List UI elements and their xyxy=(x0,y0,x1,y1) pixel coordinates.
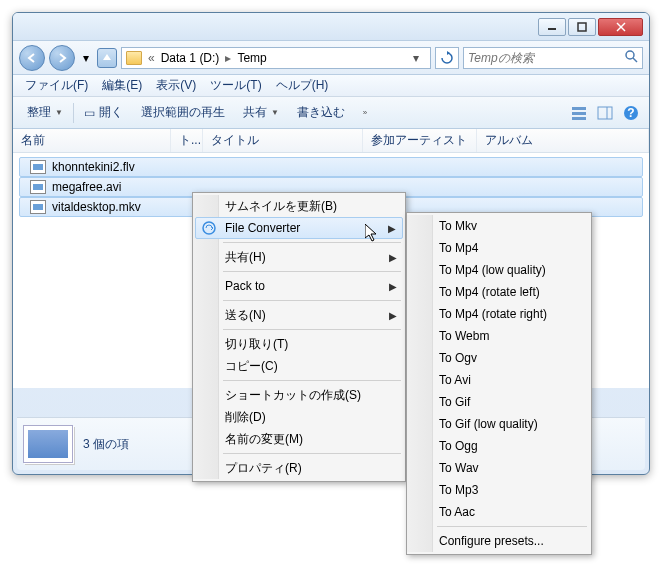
menu-edit[interactable]: 編集(E) xyxy=(96,75,148,96)
search-icon[interactable] xyxy=(624,49,638,66)
svg-rect-9 xyxy=(598,107,612,119)
file-name: khonntekini2.flv xyxy=(52,160,135,174)
menu-file[interactable]: ファイル(F) xyxy=(19,75,94,96)
ctx-share[interactable]: 共有(H)▶ xyxy=(195,246,403,268)
sub-to-wav[interactable]: To Wav xyxy=(409,457,589,479)
view-options-button[interactable] xyxy=(567,101,591,125)
file-row[interactable]: khonntekini2.flv xyxy=(19,157,643,177)
svg-text:?: ? xyxy=(627,106,634,120)
sub-to-webm[interactable]: To Webm xyxy=(409,325,589,347)
sub-to-gif-lq[interactable]: To Gif (low quality) xyxy=(409,413,589,435)
address-drive[interactable]: Data 1 (D:) xyxy=(161,51,220,65)
organize-button[interactable]: 整理▼ xyxy=(19,100,71,125)
col-album[interactable]: アルバム xyxy=(477,129,649,152)
play-selection-button[interactable]: 選択範囲の再生 xyxy=(133,100,233,125)
sub-to-mp4-rr[interactable]: To Mp4 (rotate right) xyxy=(409,303,589,325)
svg-point-4 xyxy=(626,51,634,59)
menu-tools[interactable]: ツール(T) xyxy=(204,75,267,96)
ctx-send-to[interactable]: 送る(N)▶ xyxy=(195,304,403,326)
ctx-create-shortcut[interactable]: ショートカットの作成(S) xyxy=(195,384,403,406)
sub-to-mp4[interactable]: To Mp4 xyxy=(409,237,589,259)
ctx-cut[interactable]: 切り取り(T) xyxy=(195,333,403,355)
col-track[interactable]: ト... xyxy=(171,129,203,152)
sub-to-gif[interactable]: To Gif xyxy=(409,391,589,413)
col-title[interactable]: タイトル xyxy=(203,129,363,152)
sub-to-ogg[interactable]: To Ogg xyxy=(409,435,589,457)
sub-to-avi[interactable]: To Avi xyxy=(409,369,589,391)
titlebar xyxy=(13,13,649,41)
video-file-icon xyxy=(30,160,46,174)
ctx-rename[interactable]: 名前の変更(M) xyxy=(195,428,403,450)
sub-configure-presets[interactable]: Configure presets... xyxy=(409,530,589,552)
ctx-copy[interactable]: コピー(C) xyxy=(195,355,403,377)
address-arrow[interactable]: ▸ xyxy=(223,51,233,65)
thumbnail xyxy=(23,425,73,463)
preview-pane-button[interactable] xyxy=(593,101,617,125)
video-file-icon xyxy=(30,200,46,214)
svg-rect-1 xyxy=(578,23,586,31)
sub-to-mp3[interactable]: To Mp3 xyxy=(409,479,589,501)
search-box[interactable] xyxy=(463,47,643,69)
search-input[interactable] xyxy=(468,51,624,65)
context-menu: サムネイルを更新(B) File Converter▶ 共有(H)▶ Pack … xyxy=(192,192,406,482)
file-name: megafree.avi xyxy=(52,180,121,194)
close-button[interactable] xyxy=(598,18,643,36)
forward-button[interactable] xyxy=(49,45,75,71)
col-artist[interactable]: 参加アーティスト xyxy=(363,129,477,152)
maximize-button[interactable] xyxy=(568,18,596,36)
toolbar: 整理▼ ▭開く 選択範囲の再生 共有▼ 書き込む » ? xyxy=(13,97,649,129)
col-name[interactable]: 名前 xyxy=(13,129,171,152)
selection-count: 3 個の項 xyxy=(83,436,129,453)
address-bar[interactable]: « Data 1 (D:) ▸ Temp ▾ xyxy=(121,47,431,69)
ctx-delete[interactable]: 削除(D) xyxy=(195,406,403,428)
menu-view[interactable]: 表示(V) xyxy=(150,75,202,96)
open-button[interactable]: ▭開く xyxy=(76,100,131,125)
sub-to-aac[interactable]: To Aac xyxy=(409,501,589,523)
refresh-button[interactable] xyxy=(435,47,459,69)
file-converter-icon xyxy=(201,220,217,236)
file-converter-submenu: To Mkv To Mp4 To Mp4 (low quality) To Mp… xyxy=(406,212,592,555)
column-headers: 名前 ト... タイトル 参加アーティスト アルバム xyxy=(13,129,649,153)
svg-line-5 xyxy=(633,58,637,62)
address-sep: « xyxy=(146,51,157,65)
history-dropdown[interactable]: ▾ xyxy=(79,45,93,71)
video-file-icon xyxy=(30,180,46,194)
ctx-update-thumbnail[interactable]: サムネイルを更新(B) xyxy=(195,195,403,217)
help-button[interactable]: ? xyxy=(619,101,643,125)
share-button[interactable]: 共有▼ xyxy=(235,100,287,125)
navbar: ▾ « Data 1 (D:) ▸ Temp ▾ xyxy=(13,41,649,75)
svg-rect-8 xyxy=(572,117,586,120)
svg-rect-6 xyxy=(572,107,586,110)
burn-button[interactable]: 書き込む xyxy=(289,100,353,125)
sub-to-ogv[interactable]: To Ogv xyxy=(409,347,589,369)
ctx-properties[interactable]: プロパティ(R) xyxy=(195,457,403,479)
menu-help[interactable]: ヘルプ(H) xyxy=(270,75,335,96)
sub-to-mkv[interactable]: To Mkv xyxy=(409,215,589,237)
up-button[interactable] xyxy=(97,48,117,68)
sub-to-mp4-rl[interactable]: To Mp4 (rotate left) xyxy=(409,281,589,303)
address-dropdown[interactable]: ▾ xyxy=(406,51,426,65)
address-folder[interactable]: Temp xyxy=(237,51,266,65)
open-icon: ▭ xyxy=(84,106,95,120)
back-button[interactable] xyxy=(19,45,45,71)
ctx-pack-to[interactable]: Pack to▶ xyxy=(195,275,403,297)
svg-rect-7 xyxy=(572,112,586,115)
more-button[interactable]: » xyxy=(355,104,375,121)
folder-icon xyxy=(126,51,142,65)
ctx-file-converter[interactable]: File Converter▶ xyxy=(195,217,403,239)
file-name: vitaldesktop.mkv xyxy=(52,200,141,214)
sub-to-mp4-lq[interactable]: To Mp4 (low quality) xyxy=(409,259,589,281)
minimize-button[interactable] xyxy=(538,18,566,36)
menubar: ファイル(F) 編集(E) 表示(V) ツール(T) ヘルプ(H) xyxy=(13,75,649,97)
